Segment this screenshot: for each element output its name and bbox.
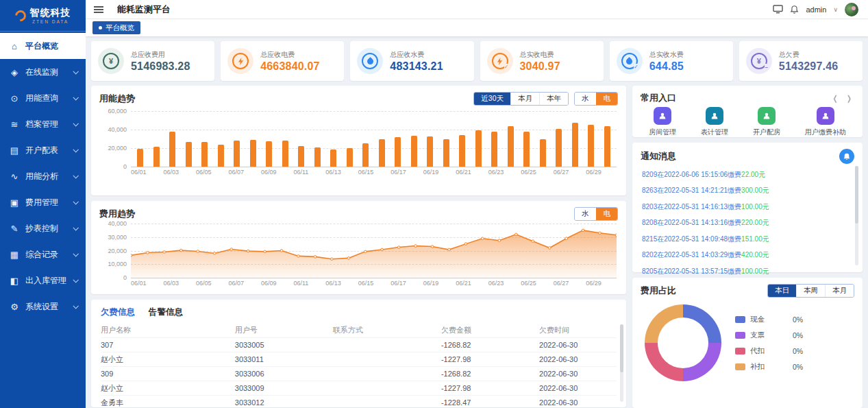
bar-06/08[interactable]	[250, 140, 256, 167]
meter-control-icon: ✎	[10, 224, 19, 234]
sidebar-item-warehouse[interactable]: ◧出入库管理	[0, 267, 86, 293]
notice-item[interactable]: 8263在2022-05-31 14:21:21缴费300.00元	[642, 183, 849, 200]
legend-item[interactable]: 现金0%	[735, 315, 803, 324]
bar-06/16[interactable]	[379, 139, 385, 167]
quick-entries-next-icon[interactable]: ❭	[846, 94, 854, 103]
table-scrollbar[interactable]	[620, 324, 623, 402]
bar-06/04[interactable]	[186, 142, 192, 167]
bar-06/03[interactable]	[169, 132, 175, 167]
sidebar-collapse-icon[interactable]	[94, 9, 103, 10]
legend-swatch	[735, 348, 745, 355]
sidebar-item-settings[interactable]: ⚙系统设置	[0, 293, 86, 320]
bar-06/23[interactable]	[491, 132, 497, 167]
bar-06/07[interactable]	[234, 141, 240, 167]
notice-item[interactable]: 8205在2022-05-31 13:57:15缴费100.00元	[642, 263, 849, 280]
bar-06/18[interactable]	[411, 136, 417, 167]
username[interactable]: admin	[806, 5, 826, 14]
fee-type-tab-电[interactable]: 电	[596, 208, 618, 220]
sidebar-item-records[interactable]: ▦综合记录	[0, 241, 86, 267]
bar-06/11[interactable]	[298, 146, 304, 167]
bar-06/01[interactable]	[137, 149, 143, 167]
x-axis-tick-label: 06/17	[390, 280, 406, 287]
table-row[interactable]: 3073033005-1268.822022-06-30	[101, 337, 617, 352]
tab-platform-overview[interactable]: 平台概览	[92, 21, 140, 34]
fee-ratio-tab-本日[interactable]: 本日	[768, 285, 796, 297]
notice-item[interactable]: 8209在2022-06-06 15:15:06缴费22.00元	[642, 167, 849, 183]
notice-item[interactable]: 8203在2022-05-31 14:16:13缴费100.00元	[642, 199, 849, 215]
bar-06/22[interactable]	[475, 130, 482, 167]
bar-06/24[interactable]	[508, 126, 514, 167]
avatar[interactable]	[845, 3, 858, 16]
legend-item[interactable]: 代扣0%	[735, 346, 803, 356]
home-icon: ⌂	[10, 41, 19, 51]
energy-type-tab-电[interactable]: 电	[596, 93, 618, 105]
sidebar-item-energy-search[interactable]: ⊙用能查询	[0, 85, 86, 111]
table-row[interactable]: 3093033006-1268.822022-06-30	[101, 366, 617, 381]
quick-entry-表计管理[interactable]: 表计管理	[701, 107, 728, 137]
user-menu-chevron-icon[interactable]: ∨	[833, 6, 838, 13]
bar-06/13[interactable]	[330, 149, 336, 167]
notices-title: 通知消息	[641, 150, 676, 163]
bar-06/10[interactable]	[282, 141, 288, 167]
fee-ratio-tab-本周[interactable]: 本周	[796, 285, 825, 297]
sidebar-item-archive[interactable]: ≋档案管理	[0, 111, 86, 137]
bar-06/17[interactable]	[395, 137, 401, 167]
sidebar-item-label: 档案管理	[25, 119, 58, 130]
kpi-value: 483143.21	[390, 60, 443, 73]
notice-scrollbar[interactable]	[855, 166, 858, 265]
fee-ratio-tab-本月[interactable]: 本月	[825, 285, 854, 297]
bell-icon[interactable]	[790, 5, 799, 14]
bar-06/30[interactable]	[604, 126, 610, 167]
bar-06/12[interactable]	[314, 147, 321, 167]
notice-item[interactable]: 8202在2022-05-31 14:03:29缴费420.00元	[642, 248, 849, 264]
table-row[interactable]: 赵小立3033011-1227.982022-06-30	[101, 352, 617, 366]
notice-item[interactable]: 8208在2022-05-31 14:13:16缴费220.00元	[642, 215, 849, 232]
table-header-row: 用户名称用户号联系方式欠费金额欠费时间	[101, 322, 617, 337]
sidebar-item-online-monitor[interactable]: ◈在线监测	[0, 59, 86, 85]
bar-06/14[interactable]	[347, 148, 353, 167]
bar-06/27[interactable]	[556, 129, 562, 167]
sidebar-item-analysis[interactable]: ∿用能分析	[0, 163, 86, 189]
bar-06/09[interactable]	[266, 141, 272, 167]
quick-entries-prev-icon[interactable]: ❬	[832, 94, 841, 103]
quick-entry-开户配房[interactable]: 开户配房	[753, 107, 780, 137]
sidebar-item-home[interactable]: ⌂平台概览	[0, 33, 86, 59]
check-mark: ✓	[504, 64, 509, 70]
legend-item[interactable]: 支票0%	[735, 331, 803, 340]
energy-type-tab-水[interactable]: 水	[575, 93, 596, 105]
table-row[interactable]: 赵小立3033009-1227.982022-06-30	[101, 381, 617, 395]
bar-06/29[interactable]	[588, 125, 594, 167]
bar-06/02[interactable]	[153, 147, 160, 167]
sidebar-item-id-card[interactable]: ▤开户配表	[0, 137, 86, 163]
energy-range-tab-本月[interactable]: 本月	[510, 93, 539, 105]
table-tab-欠费信息[interactable]: 欠费信息	[101, 307, 135, 318]
table-cell: 赵小立	[101, 355, 235, 365]
bar-06/06[interactable]	[218, 145, 224, 167]
bar-06/25[interactable]	[523, 132, 530, 167]
bar-06/05[interactable]	[201, 142, 208, 167]
legend-item[interactable]: 补扣0%	[735, 362, 803, 372]
energy-range-tab-本年[interactable]: 本年	[539, 93, 568, 105]
kpi-text: 总实收水费644.85	[649, 50, 684, 73]
quick-entry-房间管理[interactable]: 房间管理	[649, 107, 676, 137]
bar-06/26[interactable]	[540, 139, 546, 167]
sidebar-item-fee[interactable]: ▣费用管理	[0, 189, 86, 215]
bar-06/21[interactable]	[459, 135, 465, 167]
bar-06/28[interactable]	[572, 123, 578, 167]
table-tab-告警信息[interactable]: 告警信息	[149, 307, 183, 318]
notice-item[interactable]: 8215在2022-05-31 14:09:48缴费151.00元	[642, 231, 849, 248]
bar-06/20[interactable]	[443, 139, 449, 167]
bar-06/19[interactable]	[427, 136, 433, 167]
energy-range-tab-近30天[interactable]: 近30天	[474, 93, 510, 105]
account-room-icon	[758, 107, 776, 125]
table-row[interactable]: 金勇丰3033012-1228.472022-06-30	[101, 395, 617, 408]
sidebar-item-label: 出入库管理	[25, 275, 66, 287]
quick-entry-用户缴费补助[interactable]: 用户缴费补助	[805, 107, 846, 137]
table-cell: 金勇丰	[101, 398, 235, 408]
sidebar-item-meter-control[interactable]: ✎抄表控制	[0, 215, 86, 241]
notice-bell-icon[interactable]	[839, 149, 854, 164]
fee-type-tab-水[interactable]: 水	[575, 208, 596, 220]
bar-06/15[interactable]	[362, 143, 369, 167]
fullscreen-monitor-icon[interactable]	[773, 5, 783, 14]
kpi-value: 4663840.07	[260, 60, 320, 73]
